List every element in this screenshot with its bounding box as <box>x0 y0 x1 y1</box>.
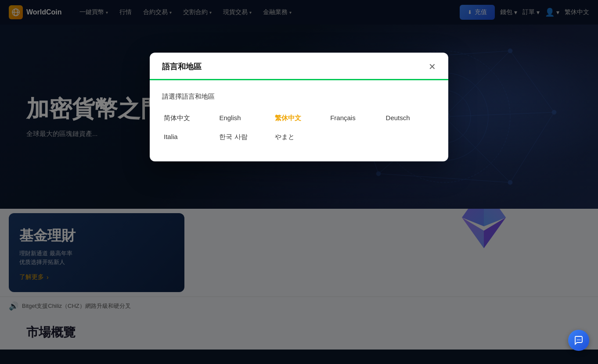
lang-item-french[interactable]: Français <box>328 111 380 125</box>
modal-overlay[interactable]: 語言和地區 ✕ 請選擇語言和地區 简体中文 English 繁休中文 Franç… <box>0 0 598 364</box>
lang-item-italian[interactable]: Italia <box>162 130 214 144</box>
lang-item-japanese[interactable]: やまと <box>273 130 325 144</box>
lang-item-simplified-chinese[interactable]: 简体中文 <box>162 111 214 125</box>
modal-subtitle: 請選擇語言和地區 <box>162 93 436 101</box>
svg-point-31 <box>578 339 579 340</box>
language-grid: 简体中文 English 繁休中文 Français Deutsch Itali… <box>162 111 436 144</box>
lang-item-german[interactable]: Deutsch <box>384 111 436 125</box>
modal-close-button[interactable]: ✕ <box>429 62 436 71</box>
lang-item-english[interactable]: English <box>217 111 269 125</box>
lang-item-traditional-chinese[interactable]: 繁休中文 <box>273 111 325 125</box>
modal-title: 語言和地區 <box>162 61 202 72</box>
lang-item-korean[interactable]: 한국 사람 <box>217 130 269 144</box>
language-modal: 語言和地區 ✕ 請選擇語言和地區 简体中文 English 繁休中文 Franç… <box>150 53 448 161</box>
chat-button[interactable] <box>568 330 589 351</box>
svg-point-32 <box>580 339 580 340</box>
modal-header: 語言和地區 ✕ <box>150 53 448 80</box>
modal-body: 請選擇語言和地區 简体中文 English 繁休中文 Français Deut… <box>150 80 448 161</box>
svg-point-30 <box>577 339 578 340</box>
